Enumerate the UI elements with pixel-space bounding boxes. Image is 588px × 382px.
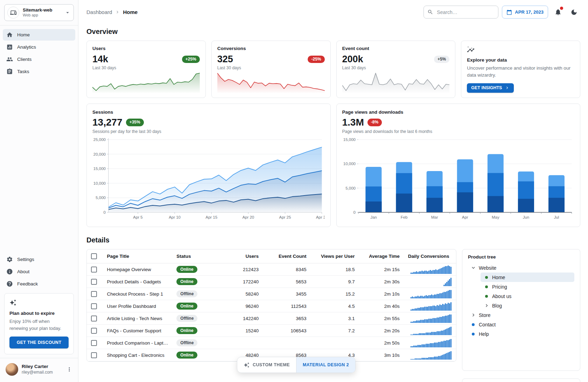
app-select[interactable]: Sitemark-web Web app — [4, 4, 74, 21]
row-checkbox[interactable] — [91, 279, 97, 285]
row-checkbox[interactable] — [91, 328, 97, 334]
stat-card-caption: Last 30 days — [92, 65, 200, 70]
get-discount-button[interactable]: GET THE DISCOUNT — [9, 337, 69, 348]
sidebar-item-feedback[interactable]: Feedback — [3, 278, 75, 290]
views-per-user-cell: 3.1 — [310, 312, 359, 325]
column-header[interactable]: Status — [172, 249, 223, 263]
theme-mode-button[interactable] — [568, 6, 580, 19]
tree-item-pricing[interactable]: Pricing — [481, 282, 574, 291]
moon-icon — [570, 9, 578, 16]
daily-conversions-cell — [404, 300, 456, 312]
home-icon — [6, 31, 13, 38]
sidebar-item-home[interactable]: Home — [3, 29, 75, 41]
daily-conversions-cell — [404, 312, 456, 325]
svg-text:May: May — [491, 215, 499, 219]
custom-theme-option[interactable]: CUSTOM THEME — [237, 357, 296, 373]
row-checkbox[interactable] — [91, 352, 97, 358]
column-header[interactable]: Users — [223, 249, 263, 263]
pageviews-title: Page views and downloads — [342, 109, 575, 115]
daily-conversions-cell — [404, 349, 456, 361]
daily-conversions-sparkline — [411, 302, 452, 311]
select-all-checkbox[interactable] — [91, 253, 97, 259]
sparkle-icon — [244, 362, 250, 368]
search-input[interactable] — [436, 9, 495, 15]
row-checkbox[interactable] — [91, 267, 97, 273]
event-count-cell — [263, 337, 310, 349]
event-count-cell: 3455 — [263, 288, 310, 300]
product-tree-card: Product tree WebsiteHomePricingAbout usB… — [462, 249, 580, 371]
sidebar-item-tasks[interactable]: Tasks — [3, 66, 75, 77]
search-box[interactable] — [424, 6, 498, 19]
views-per-user-cell: 15.2 — [310, 288, 359, 300]
sidebar-item-analytics[interactable]: Analytics — [3, 41, 75, 53]
sidebar-item-clients[interactable]: Clients — [3, 54, 75, 65]
sessions-chip: +35% — [126, 119, 144, 126]
get-insights-button[interactable]: GET INSIGHTS — [467, 83, 514, 93]
svg-text:Apr 30: Apr 30 — [316, 215, 325, 219]
column-header[interactable]: Daily Conversions — [404, 249, 456, 263]
sessions-caption: Sessions per day for the last 30 days — [92, 129, 325, 134]
event-count-cell: 3653 — [263, 312, 310, 325]
row-checkbox[interactable] — [91, 316, 97, 321]
tree-item-label: Pricing — [492, 284, 507, 290]
notification-badge — [560, 7, 563, 10]
date-picker-button[interactable]: APR 17, 2023 — [502, 6, 548, 19]
tree-item-contact[interactable]: Contact — [468, 320, 574, 329]
get-insights-label: GET INSIGHTS — [471, 85, 502, 90]
status-badge: Online — [176, 266, 197, 273]
views-per-user-cell: 7.2 — [310, 325, 359, 337]
table-row: Article Listing - Tech NewsOffline142240… — [87, 312, 456, 325]
sidebar-item-settings[interactable]: Settings — [3, 254, 75, 265]
tree-item-help[interactable]: Help — [468, 329, 574, 339]
svg-text:0: 0 — [104, 210, 106, 214]
column-header[interactable]: Views per User — [310, 249, 359, 263]
more-vert-icon[interactable] — [65, 365, 74, 374]
column-header[interactable]: Event Count — [263, 249, 310, 263]
average-time-cell: 2m 15s — [359, 263, 404, 276]
sidebar-item-label: Feedback — [17, 281, 38, 286]
column-header[interactable]: Average Time — [359, 249, 404, 263]
sparkle-icon — [9, 302, 16, 307]
stat-card-grid: Users14k+25%Last 30 daysConversions325-2… — [86, 41, 580, 98]
details-table: Page TitleStatusUsersEvent CountViews pe… — [87, 249, 456, 361]
sidebar-item-label: Analytics — [17, 44, 36, 50]
average-time-cell: 3m 10s — [359, 349, 404, 361]
material-design-2-label: MATERIAL DESIGN 2 — [303, 362, 349, 367]
daily-conversions-cell — [404, 288, 456, 300]
tree-item-website[interactable]: Website — [468, 263, 574, 273]
tree-item-home[interactable]: Home — [481, 273, 574, 282]
row-checkbox[interactable] — [91, 340, 97, 346]
page-title-cell: Product Details - Gadgets — [107, 279, 161, 284]
material-design-2-option[interactable]: MATERIAL DESIGN 2 — [296, 357, 355, 373]
status-badge: Offline — [176, 290, 197, 297]
header-actions: APR 17, 2023 — [424, 6, 580, 19]
sidebar-item-about[interactable]: About — [3, 266, 75, 277]
row-checkbox[interactable] — [91, 291, 97, 297]
app-name: Sitemark-web — [23, 7, 52, 13]
sidebar-item-label: Home — [17, 32, 30, 37]
product-tree-title: Product tree — [468, 254, 574, 260]
notifications-button[interactable] — [552, 6, 564, 19]
primary-nav: HomeAnalyticsClientsTasks — [0, 26, 78, 77]
views-per-user-cell: 4.5 — [310, 300, 359, 312]
page-title-cell: FAQs - Customer Support — [107, 328, 161, 333]
people-icon — [6, 56, 13, 63]
average-time-cell: 2m 50s — [359, 337, 404, 349]
svg-text:0: 0 — [353, 210, 355, 214]
chevron-right-icon — [115, 9, 120, 15]
breadcrumb: Dashboard Home — [86, 9, 138, 15]
breadcrumb-dashboard[interactable]: Dashboard — [86, 9, 112, 15]
tree-item-label: Blog — [492, 303, 502, 309]
app-layout: Sitemark-web Web app HomeAnalyticsClient… — [0, 0, 588, 382]
svg-text:Apr 20: Apr 20 — [242, 215, 254, 219]
row-checkbox[interactable] — [91, 303, 97, 309]
tree-item-about-us[interactable]: About us — [481, 291, 574, 301]
user-name: Riley Carter — [22, 363, 53, 370]
sparkline-chart — [92, 72, 200, 93]
status-badge: Online — [176, 327, 197, 334]
tree-item-blog[interactable]: Blog — [481, 301, 574, 310]
pageviews-chart-card: Page views and downloads 1.3M -8% Page v… — [336, 104, 581, 227]
column-header[interactable]: Page Title — [103, 249, 173, 263]
page-title-cell: Product Comparison - Lapt… — [107, 340, 168, 346]
tree-item-store[interactable]: Store — [468, 310, 574, 320]
